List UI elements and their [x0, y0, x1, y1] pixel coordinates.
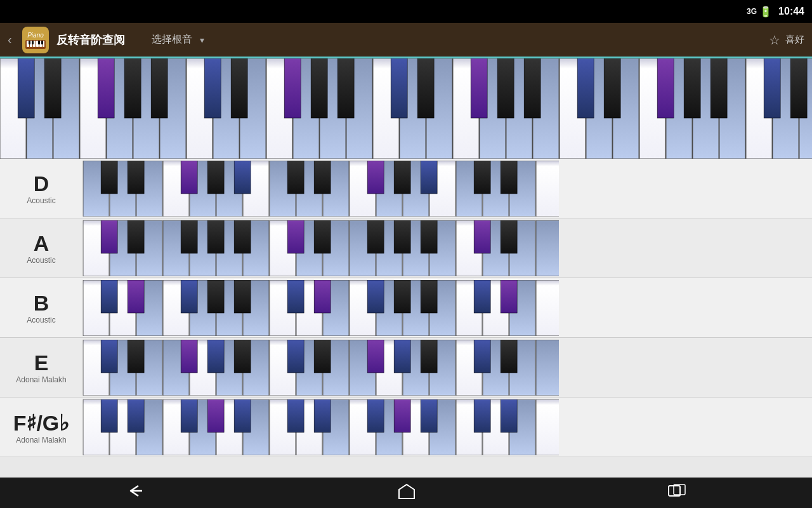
- svg-rect-10: [38, 41, 40, 44]
- home-nav-button[interactable]: [371, 477, 442, 508]
- scale-piano[interactable]: [82, 220, 812, 276]
- scale-row[interactable]: BAcoustic: [0, 278, 812, 338]
- scale-label: F♯/G♭Adonai Malakh: [0, 410, 82, 444]
- status-icons: 3G 🔋 10:44: [747, 6, 804, 18]
- scale-type: Acoustic: [27, 256, 55, 265]
- back-button[interactable]: ‹: [8, 32, 12, 47]
- scale-piano[interactable]: [82, 161, 812, 217]
- scale-row[interactable]: F♯/G♭Adonai Malakh: [0, 398, 812, 457]
- signal-icon: 3G: [747, 7, 757, 16]
- scale-piano[interactable]: [82, 399, 812, 455]
- top-bar: ‹ Piano 反转音阶查阅 选择根音 ▾ ☆ 喜好: [0, 23, 812, 58]
- piano-top-keyboard[interactable]: [0, 58, 812, 159]
- page-subtitle[interactable]: 选择根音: [152, 33, 192, 46]
- scale-piano[interactable]: [82, 340, 812, 396]
- recent-nav-button[interactable]: [642, 478, 712, 507]
- scale-row[interactable]: DAcoustic: [0, 159, 812, 218]
- scale-label: BAcoustic: [0, 291, 82, 324]
- page-title: 反转音阶查阅: [56, 32, 125, 48]
- scale-type: Adonai Malakh: [16, 375, 66, 384]
- scale-row[interactable]: EAdonai Malakh: [0, 338, 812, 398]
- svg-rect-9: [32, 41, 34, 44]
- battery-icon: 🔋: [759, 6, 772, 18]
- scale-note: E: [34, 351, 49, 375]
- time-display: 10:44: [778, 6, 804, 17]
- app-icon: Piano: [22, 27, 49, 53]
- scale-label: DAcoustic: [0, 171, 82, 205]
- svg-rect-11: [41, 41, 43, 44]
- scale-label: EAdonai Malakh: [0, 351, 82, 384]
- top-right-icons: ☆ 喜好: [769, 32, 804, 48]
- favorite-label[interactable]: 喜好: [785, 34, 804, 46]
- dropdown-indicator: ▾: [200, 35, 204, 45]
- scale-row[interactable]: AAcoustic: [0, 218, 812, 278]
- status-bar: 3G 🔋 10:44: [0, 0, 812, 23]
- star-icon[interactable]: ☆: [769, 32, 780, 48]
- scale-note: D: [34, 171, 49, 196]
- scale-type: Adonai Malakh: [16, 436, 66, 444]
- svg-rect-8: [29, 41, 30, 44]
- scale-note: B: [34, 291, 49, 316]
- scale-note: F♯/G♭: [13, 410, 70, 436]
- bottom-nav: [0, 478, 812, 508]
- scale-type: Acoustic: [27, 316, 55, 324]
- scale-note: A: [34, 231, 49, 256]
- scale-label: AAcoustic: [0, 231, 82, 265]
- scale-list: DAcousticAAcousticBAcousticEAdonai Malak…: [0, 159, 812, 478]
- svg-text:Piano: Piano: [27, 32, 44, 39]
- scale-type: Acoustic: [27, 196, 55, 205]
- back-nav-button[interactable]: [100, 478, 171, 507]
- scale-piano[interactable]: [82, 280, 812, 336]
